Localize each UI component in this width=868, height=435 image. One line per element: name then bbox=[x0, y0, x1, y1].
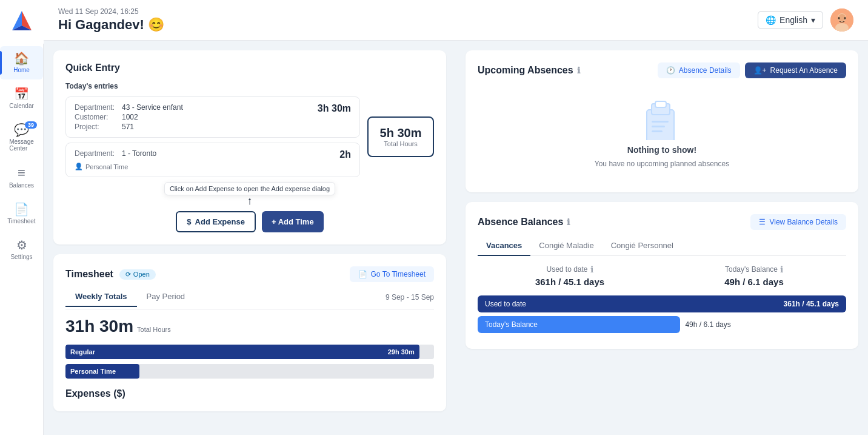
balance-stats-row: Used to date ℹ 361h / 45.1 days Today's … bbox=[478, 265, 846, 287]
timesheet-total-label: Total Hours bbox=[137, 326, 171, 333]
sidebar-item-settings[interactable]: ⚙ Settings bbox=[0, 233, 43, 266]
sidebar-item-balances[interactable]: ≡ Balances bbox=[0, 160, 43, 195]
sidebar-item-calendar[interactable]: 📅 Calendar bbox=[0, 82, 43, 115]
svg-point-8 bbox=[844, 17, 846, 19]
add-expense-button[interactable]: $ Add Expense bbox=[176, 211, 256, 232]
balances-title: Absence Balances ℹ bbox=[478, 217, 570, 228]
sidebar-item-home[interactable]: 🏠 Home bbox=[0, 46, 43, 79]
view-balance-label: View Balance Details bbox=[769, 218, 838, 226]
go-to-timesheet-button[interactable]: 📄 Go To Timesheet bbox=[350, 266, 435, 282]
timesheet-header: Timesheet ⟳ Open 📄 Go To Timesheet bbox=[65, 266, 434, 282]
dept-value-2: 1 - Toronto bbox=[122, 149, 156, 158]
balances-title-text: Absence Balances bbox=[478, 217, 563, 228]
add-time-button[interactable]: + Add Time bbox=[262, 211, 324, 232]
absence-details-button[interactable]: 🕐 Absence Details bbox=[658, 62, 740, 78]
header-greeting: Hi Gagandev! 😊 bbox=[58, 17, 164, 33]
balance-tab-vacances[interactable]: Vacances bbox=[478, 237, 530, 256]
svg-rect-11 bbox=[655, 101, 666, 107]
chevron-down-icon: ▾ bbox=[811, 15, 815, 25]
total-hours-label: Total Hours bbox=[378, 140, 423, 147]
tooltip-box: Click on Add Expense to open the Add exp… bbox=[164, 182, 335, 195]
sidebar-nav: 🏠 Home 📅 Calendar 39 💬 MessageCenter ≡ B… bbox=[0, 46, 43, 266]
tooltip-arrow: ↑ bbox=[247, 195, 253, 206]
header-left: Wed 11 Sep 2024, 16:25 Hi Gagandev! 😊 bbox=[58, 7, 164, 33]
list-icon: ☰ bbox=[759, 218, 766, 226]
message-badge: 39 bbox=[25, 121, 37, 129]
proj-label-1: Project: bbox=[75, 123, 118, 131]
today-bar: Today's Balance bbox=[478, 316, 680, 333]
right-column: Upcoming Absences ℹ 🕐 Absence Details 👤+… bbox=[456, 41, 868, 435]
balance-tab-personnel[interactable]: Congié Personnel bbox=[603, 237, 682, 256]
request-absence-button[interactable]: 👤+ Request An Absence bbox=[745, 62, 846, 78]
personal-time-hours: 2h bbox=[142, 377, 155, 379]
goto-label: Go To Timesheet bbox=[371, 270, 426, 278]
regular-bar-label: Regular bbox=[65, 348, 100, 356]
bar-row-personal: Personal Time 2h bbox=[65, 364, 434, 379]
left-column: Quick Entry Today's entries Department: … bbox=[44, 41, 456, 435]
personal-time-bar-label: Personal Time bbox=[65, 368, 121, 375]
tooltip-area: Click on Add Expense to open the Add exp… bbox=[65, 182, 434, 206]
absence-details-label: Absence Details bbox=[679, 66, 732, 75]
sidebar-item-timesheet-label: Timesheet bbox=[7, 218, 35, 224]
balance-tab-maladie[interactable]: Congié Maladie bbox=[530, 237, 602, 256]
sidebar-item-timesheet[interactable]: 📄 Timesheet bbox=[0, 197, 43, 231]
today-info-icon[interactable]: ℹ bbox=[780, 265, 783, 274]
document-icon: 📄 bbox=[358, 270, 367, 278]
balances-info-icon[interactable]: ℹ bbox=[567, 217, 570, 227]
header-datetime: Wed 11 Sep 2024, 16:25 bbox=[58, 7, 164, 16]
total-hours-value: 5h 30m bbox=[378, 126, 423, 140]
timesheet-card: Timesheet ⟳ Open 📄 Go To Timesheet Weekl… bbox=[53, 254, 446, 411]
regular-bar-hours: 29h 30m bbox=[383, 348, 419, 356]
add-expense-label: Add Expense bbox=[195, 217, 245, 226]
upcoming-absences-card: Upcoming Absences ℹ 🕐 Absence Details 👤+… bbox=[466, 50, 858, 192]
view-balance-details-button[interactable]: ☰ View Balance Details bbox=[750, 214, 846, 230]
dollar-icon: $ bbox=[187, 217, 191, 226]
home-icon: 🏠 bbox=[14, 52, 29, 64]
absences-header-row: Upcoming Absences ℹ 🕐 Absence Details 👤+… bbox=[478, 62, 846, 78]
sidebar-item-messages[interactable]: 39 💬 MessageCenter bbox=[0, 118, 43, 158]
absences-info-icon[interactable]: ℹ bbox=[577, 66, 580, 75]
regular-bar: Regular 29h 30m bbox=[65, 345, 419, 359]
used-to-date-label: Used to date ℹ bbox=[478, 265, 662, 274]
tab-pay-period[interactable]: Pay Period bbox=[137, 288, 195, 307]
personal-time-bar: Personal Time bbox=[65, 364, 139, 379]
add-time-label: + Add Time bbox=[272, 217, 314, 226]
sidebar-item-settings-label: Settings bbox=[10, 254, 32, 260]
today-bar-val: 49h / 6.1 days bbox=[685, 320, 730, 329]
today-balance-value: 49h / 6.1 days bbox=[662, 277, 846, 287]
tab-weekly-totals[interactable]: Weekly Totals bbox=[65, 288, 137, 307]
settings-icon: ⚙ bbox=[16, 239, 27, 251]
language-label: English bbox=[780, 15, 807, 25]
today-balance-label: Today's Balance ℹ bbox=[662, 265, 846, 274]
total-hours-row: 31h 30m Total Hours bbox=[65, 317, 434, 336]
timesheet-card-title: Timesheet bbox=[65, 269, 113, 280]
balance-bar-used: Used to date 361h / 45.1 days bbox=[478, 295, 846, 312]
entry-hours-1: 3h 30m bbox=[318, 103, 351, 114]
used-bar: Used to date 361h / 45.1 days bbox=[478, 295, 846, 312]
language-selector[interactable]: 🌐 English ▾ bbox=[758, 11, 823, 29]
used-info-icon[interactable]: ℹ bbox=[590, 265, 593, 274]
personal-time-label: Personal Time bbox=[85, 163, 128, 170]
header-right: 🌐 English ▾ bbox=[758, 8, 853, 32]
today-entries-label: Today's entries bbox=[65, 82, 434, 90]
proj-value-1: 571 bbox=[122, 123, 134, 131]
svg-point-7 bbox=[838, 17, 840, 19]
today-bar-row: Today's Balance 49h / 6.1 days bbox=[478, 316, 846, 333]
action-buttons: $ Add Expense + Add Time bbox=[65, 211, 434, 232]
empty-sub: You have no upcoming planned absences bbox=[595, 160, 729, 168]
avatar-image bbox=[830, 8, 853, 32]
balance-tabs: Vacances Congié Maladie Congié Personnel bbox=[478, 237, 846, 256]
absences-title-text: Upcoming Absences bbox=[478, 65, 573, 76]
entry-item-1: Department: 43 - Service enfant Customer… bbox=[65, 96, 360, 138]
used-bar-label: Used to date bbox=[485, 300, 526, 308]
balances-header-row: Absence Balances ℹ ☰ View Balance Detail… bbox=[478, 214, 846, 230]
sidebar-item-calendar-label: Calendar bbox=[9, 103, 34, 109]
timesheet-icon: 📄 bbox=[14, 203, 29, 215]
used-to-date-value: 361h / 45.1 days bbox=[478, 277, 662, 287]
clock-icon: 🕐 bbox=[666, 66, 675, 75]
user-avatar[interactable] bbox=[830, 8, 853, 32]
personal-time-icon: 👤 bbox=[75, 163, 83, 170]
total-hours-box: 5h 30m Total Hours bbox=[367, 116, 434, 157]
spinner-icon: ⟳ bbox=[125, 271, 131, 278]
today-balance-stat: Today's Balance ℹ 49h / 6.1 days bbox=[662, 265, 846, 287]
